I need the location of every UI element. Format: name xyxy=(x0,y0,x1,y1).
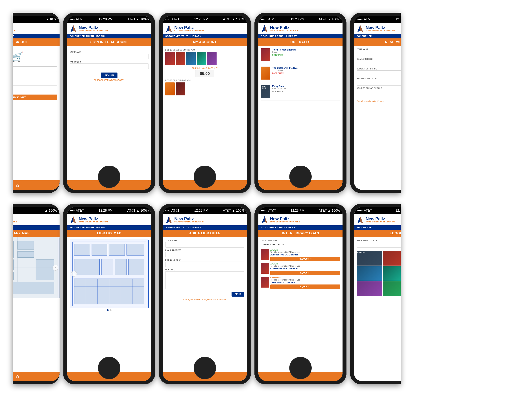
map-dot-1[interactable] xyxy=(107,309,109,311)
app-header-lm1: New Paltz State University of New York S… xyxy=(13,214,59,237)
forgot-link[interactable]: FORGOT USERNAME/PASSWORD? xyxy=(70,79,149,81)
ebook-cover-7[interactable] xyxy=(357,281,382,296)
your-name-input-r[interactable] xyxy=(357,51,401,56)
checkout-button[interactable]: CHECK OUT xyxy=(13,95,57,100)
search-label-ebook: SEARCH BY TITLE OR xyxy=(357,240,401,242)
logo-icon-signin xyxy=(70,24,77,33)
email-input-r[interactable] xyxy=(357,61,401,66)
logo-icon-myaccount xyxy=(165,24,172,33)
phone-input-ask[interactable] xyxy=(165,262,244,267)
bottom-nav[interactable]: ⌂ xyxy=(13,180,59,190)
request-btn-3[interactable]: REQUEST IT xyxy=(270,284,340,289)
ill-cover-2 xyxy=(261,263,269,274)
password-input[interactable] xyxy=(70,64,149,69)
ill-library-3: TROY PUBLIC LIBRARY xyxy=(270,281,340,284)
time-duedates: 12:28 PM xyxy=(291,18,304,21)
status-right: ▲ 100% xyxy=(46,18,57,21)
svg-marker-46 xyxy=(265,216,267,223)
map-arrow-right-1[interactable]: › xyxy=(53,265,58,271)
isbn-input-ill[interactable] xyxy=(261,242,340,247)
due-info-1: To Kill a Mockingbird Harper Lee RETURNE… xyxy=(272,48,340,56)
svg-rect-19 xyxy=(13,282,54,294)
bottom-nav-ill[interactable]: ⌂ xyxy=(258,372,342,381)
phone-ebook: ••••○ AT&T 12: AT&T ▲ New Paltz State Un… xyxy=(350,204,401,384)
bottom-nav-duedates[interactable]: ⌂ xyxy=(258,180,342,190)
res-date-input-r[interactable] xyxy=(357,80,401,85)
holds-label: BOOKS ON HOLD FOR YOU xyxy=(165,79,244,81)
app-header-ask: New Paltz State University of New York S… xyxy=(163,214,247,237)
myaccount-screen: BOOKS CHECKED OUT BY YOU FINES ON YOUR A… xyxy=(163,46,247,180)
logo-text-group: New Paltz State University of New York xyxy=(13,25,17,32)
phone-duedates: ••••○ AT&T 12:28 PM AT&T ▲ 100% New Palt… xyxy=(255,13,346,193)
due-item-3: MOBYDICK Moby Dick Herman Melville DUE 1… xyxy=(261,85,340,101)
logo-sub-lm1: State University of New York xyxy=(13,221,17,223)
app-header-signin: New Paltz State University of New York S… xyxy=(67,23,151,46)
logo-bar-duedates: New Paltz State University of New York xyxy=(258,23,342,34)
svg-rect-30 xyxy=(127,244,144,255)
username-input[interactable] xyxy=(70,54,149,59)
due-info-2: The Catcher in the Rye J.D. Salinger PAS… xyxy=(272,66,340,74)
due-back-input[interactable] xyxy=(13,104,57,109)
logo-text-group-signin: New Paltz State University of New York xyxy=(79,25,108,32)
bottom-nav-ask[interactable]: ⌂ xyxy=(163,372,247,381)
num-people-input-r[interactable] xyxy=(357,70,401,76)
phone-signin-inner: •••○ AT&T 12:28 PM AT&T ▲ 100% New Paltz… xyxy=(67,16,151,190)
ebook-cover-1[interactable]: MOBY DICK xyxy=(357,251,382,265)
time-signin: 12:28 PM xyxy=(99,18,113,21)
search-input-ebook[interactable] xyxy=(357,242,401,247)
phone-signin: •••○ AT&T 12:28 PM AT&T ▲ 100% New Paltz… xyxy=(63,13,155,193)
status-right-lm1: ▲ 100% xyxy=(45,209,57,213)
logo-text-group-reservest: New Paltz State University of New York xyxy=(366,25,395,32)
message-textarea-ask[interactable] xyxy=(165,271,244,289)
request-btn-1[interactable]: REQUEST IT xyxy=(270,257,340,261)
home-icon-lm1: ⌂ xyxy=(16,374,19,379)
address-input[interactable] xyxy=(13,85,57,91)
map-dot-2[interactable] xyxy=(110,309,112,311)
password-label: PASSWORD xyxy=(70,61,149,63)
library-bar-myaccount: Sojourner Truth Library xyxy=(163,34,247,38)
ebook-grid: MOBY DICK xyxy=(357,251,401,296)
barcode-input[interactable] xyxy=(13,66,57,72)
library-bar-ask: Sojourner Truth Library xyxy=(163,225,247,230)
map-arrow-left-2[interactable]: ‹ xyxy=(71,271,77,277)
ebook-cover-2[interactable] xyxy=(383,251,401,265)
email-input-ask[interactable] xyxy=(165,252,244,257)
signin-screen: USERNAME PASSWORD SIGN IN FORGOT USERNAM… xyxy=(67,49,151,180)
map-dots xyxy=(70,309,149,311)
carrier-myaccount: •••○ AT&T xyxy=(165,18,179,21)
bottom-nav-myaccount[interactable]: ⌂ xyxy=(163,180,247,190)
your-name-input-ask[interactable] xyxy=(165,242,244,247)
ebook-cover-4[interactable] xyxy=(357,266,382,281)
svg-rect-20 xyxy=(36,260,54,280)
request-btn-2[interactable]: REQUEST IT xyxy=(270,271,340,275)
phones-row-2: 12:28 PM ▲ 100% New Paltz State Universi… xyxy=(4,199,528,390)
desired-period-input-r[interactable] xyxy=(357,90,401,95)
ebook-cover-5[interactable] xyxy=(383,266,401,281)
map-svg-2 xyxy=(70,240,148,308)
confirmation-note: You will re confirmation if re de xyxy=(357,100,401,102)
bottom-nav-signin[interactable]: ⌂ xyxy=(67,180,151,190)
logo-main-reservest: New Paltz xyxy=(366,25,395,30)
status-right-ill: AT&T ▲ 100% xyxy=(319,209,340,213)
due-cover-3: MOBYDICK xyxy=(261,85,270,98)
home-icon-ill: ⌂ xyxy=(299,374,302,379)
logo-main-myaccount: New Paltz xyxy=(174,25,204,30)
bottom-nav-lm1[interactable]: ⌂ xyxy=(13,372,59,381)
send-button-ask[interactable]: SEND xyxy=(231,292,244,297)
logo-sub-signin: State University of New York xyxy=(79,30,108,32)
bottom-nav-lm2[interactable]: ⌂ xyxy=(67,372,151,381)
svg-marker-24 xyxy=(73,216,76,223)
ill-cover-1 xyxy=(261,249,269,260)
signin-button[interactable]: SIGN IN xyxy=(101,73,117,78)
page-title-signin: SIGN IN TO ACCOUNT xyxy=(67,38,151,46)
name-input[interactable] xyxy=(13,76,57,81)
status-right-signin: AT&T ▲ 100% xyxy=(127,18,149,21)
asklibrarian-screen: YOUR NAME EMAIL ADDRESS PHONE NUMBER MES… xyxy=(163,237,247,372)
ill-item-2: Available To Kill a Mockingbird / Harper… xyxy=(261,263,340,275)
desired-period-label-r: DESIRED PERIOD OF TIME: xyxy=(357,87,401,89)
due-info-3: Moby Dick Herman Melville DUE 11/2/16 xyxy=(272,85,340,93)
ebook-cover-8[interactable] xyxy=(383,281,401,296)
time-ill: 12:28 PM xyxy=(291,209,304,213)
duedates-screen: To Kill a Mockingbird Harper Lee RETURNE… xyxy=(258,46,342,180)
logo-text-group-myaccount: New Paltz State University of New York xyxy=(174,25,204,32)
